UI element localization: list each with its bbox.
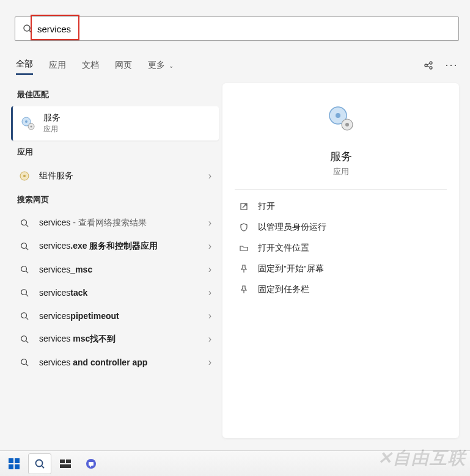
section-apps: 应用 — [17, 147, 214, 158]
svg-point-28 — [336, 113, 340, 118]
best-match-item[interactable]: 服务 应用 — [11, 106, 219, 141]
web-row-text: services_msc — [39, 265, 208, 274]
svg-point-17 — [21, 266, 27, 272]
tab-more[interactable]: 更多 ⌄ — [148, 56, 174, 75]
svg-rect-38 — [60, 460, 65, 463]
svg-point-8 — [25, 120, 28, 123]
svg-line-1 — [29, 31, 32, 33]
results-column: 最佳匹配 服务 应用 应用 组件服务 › 搜索网页 services - 查看网… — [11, 83, 219, 374]
search-icon — [18, 219, 31, 227]
action-pin-start[interactable]: 固定到"开始"屏幕 — [235, 258, 447, 279]
svg-rect-32 — [9, 458, 13, 463]
tab-all[interactable]: 全部 — [16, 55, 33, 75]
web-row-2[interactable]: services_msc › — [11, 258, 219, 281]
folder-icon — [238, 244, 249, 252]
tab-apps[interactable]: 应用 — [49, 56, 66, 75]
svg-rect-33 — [15, 458, 20, 463]
svg-line-14 — [26, 225, 29, 227]
more-icon[interactable]: ··· — [446, 59, 458, 71]
app-row-component-services[interactable]: 组件服务 › — [11, 164, 219, 188]
section-web: 搜索网页 — [17, 194, 214, 205]
action-pin-taskbar[interactable]: 固定到任务栏 — [235, 279, 447, 300]
chat-button[interactable] — [79, 453, 103, 474]
web-row-1[interactable]: services.exe 服务和控制器应用 › — [11, 235, 219, 258]
chevron-down-icon: ⌄ — [169, 62, 174, 69]
svg-point-0 — [24, 25, 30, 31]
web-row-4[interactable]: servicespipetimeout › — [11, 304, 219, 328]
svg-rect-39 — [66, 460, 71, 463]
web-row-5[interactable]: services msc找不到 › — [11, 328, 219, 351]
svg-line-16 — [26, 248, 29, 251]
detail-title: 服务 — [330, 149, 352, 164]
svg-point-19 — [21, 290, 27, 295]
component-services-icon — [18, 170, 31, 182]
action-label: 打开文件位置 — [258, 243, 309, 254]
web-row-3[interactable]: servicestack › — [11, 281, 219, 304]
shield-icon — [238, 223, 249, 232]
pin-taskbar-icon — [238, 285, 249, 294]
web-row-text: services and controller app — [39, 357, 208, 367]
svg-line-5 — [427, 64, 430, 65]
search-button[interactable] — [28, 453, 51, 474]
tab-more-label: 更多 — [148, 60, 165, 70]
pin-icon — [238, 265, 249, 273]
web-row-text: services - 查看网络搜索结果 — [39, 218, 208, 229]
search-icon — [18, 358, 31, 367]
action-label: 固定到任务栏 — [258, 284, 309, 295]
action-run-admin[interactable]: 以管理员身份运行 — [235, 217, 447, 238]
search-bar[interactable] — [15, 16, 459, 41]
web-row-6[interactable]: services and controller app › — [11, 351, 219, 374]
section-best-match: 最佳匹配 — [17, 89, 214, 100]
svg-line-20 — [26, 295, 29, 297]
svg-point-12 — [23, 175, 26, 177]
web-row-text: services.exe 服务和控制器应用 — [39, 241, 208, 252]
app-row-label: 组件服务 — [39, 170, 208, 181]
svg-point-30 — [345, 123, 349, 126]
search-icon — [18, 288, 31, 297]
search-icon — [18, 265, 31, 274]
web-row-text: servicespipetimeout — [39, 311, 208, 321]
svg-point-10 — [31, 126, 32, 128]
web-row-0[interactable]: services - 查看网络搜索结果 › — [11, 211, 219, 235]
search-icon — [23, 24, 32, 34]
open-external-icon — [238, 202, 249, 211]
tab-web[interactable]: 网页 — [115, 56, 132, 75]
best-match-title: 服务 — [43, 112, 61, 123]
svg-line-18 — [26, 271, 29, 274]
svg-point-13 — [21, 220, 27, 225]
svg-point-3 — [430, 62, 432, 64]
svg-point-21 — [21, 313, 27, 318]
chevron-right-icon: › — [208, 310, 211, 321]
search-icon — [18, 312, 31, 320]
action-label: 固定到"开始"屏幕 — [258, 263, 324, 274]
chevron-right-icon: › — [208, 334, 211, 345]
svg-point-36 — [36, 460, 43, 466]
chevron-right-icon: › — [208, 218, 211, 229]
web-row-text: services msc找不到 — [39, 334, 208, 345]
divider — [235, 189, 447, 190]
svg-line-37 — [42, 466, 44, 468]
chevron-right-icon: › — [208, 287, 211, 298]
svg-point-25 — [21, 359, 27, 365]
task-view-button[interactable] — [54, 453, 77, 474]
filter-tabs: 全部 应用 文档 网页 更多 ⌄ ··· — [16, 55, 458, 75]
detail-pane: 服务 应用 打开 以管理员身份运行 打开文件位置 固定到"开始"屏幕 固定到任务… — [222, 83, 459, 438]
action-open[interactable]: 打开 — [235, 196, 447, 217]
svg-point-4 — [430, 67, 432, 69]
best-match-subtitle: 应用 — [43, 124, 61, 134]
svg-point-15 — [21, 243, 27, 249]
chevron-right-icon: › — [208, 357, 211, 368]
search-icon — [18, 335, 31, 343]
start-button[interactable] — [2, 453, 26, 474]
svg-line-22 — [26, 318, 29, 320]
chevron-right-icon: › — [208, 264, 211, 275]
svg-rect-40 — [60, 464, 71, 468]
tab-documents[interactable]: 文档 — [82, 56, 99, 75]
share-icon[interactable] — [422, 59, 435, 71]
svg-line-6 — [427, 66, 430, 67]
chevron-right-icon: › — [208, 170, 211, 181]
gear-services-icon — [20, 115, 36, 131]
search-input[interactable] — [37, 24, 451, 34]
action-open-file-location[interactable]: 打开文件位置 — [235, 238, 447, 258]
svg-rect-42 — [89, 462, 94, 466]
